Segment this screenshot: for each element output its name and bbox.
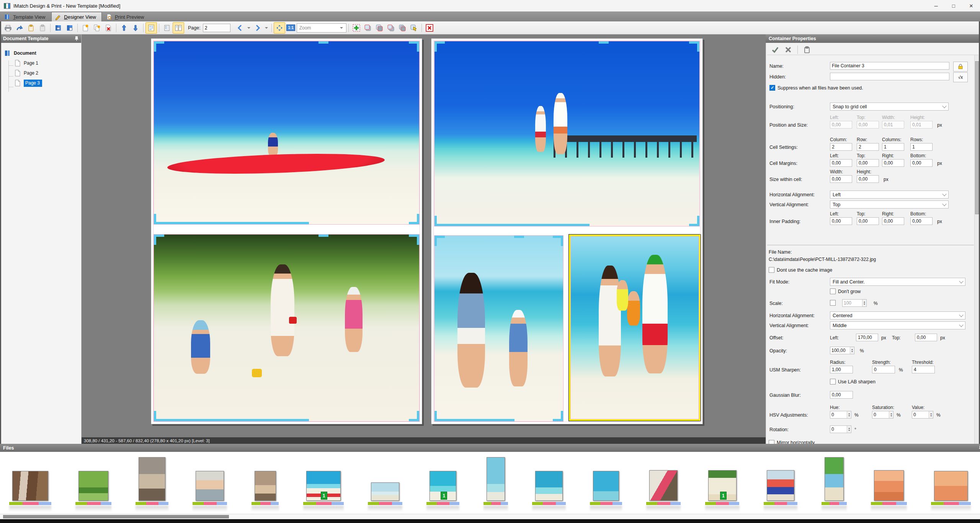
file-thumbnail[interactable]: 1: [303, 471, 344, 512]
file-thumbnail-image[interactable]: [593, 471, 619, 501]
file-thumbnail[interactable]: [252, 471, 279, 512]
padding-right-input[interactable]: [882, 217, 904, 225]
horizontal-alignment-dropdown[interactable]: Left: [830, 191, 949, 199]
suppress-checkbox[interactable]: ✓: [769, 85, 775, 91]
usm-threshold-input[interactable]: [912, 366, 935, 373]
selection-handle[interactable]: [154, 411, 156, 421]
bring-forward-button[interactable]: [362, 22, 374, 34]
apply-button[interactable]: [769, 44, 781, 55]
margin-bottom-input[interactable]: [910, 159, 933, 167]
move-page-up-button[interactable]: [118, 22, 130, 34]
lock-button[interactable]: [953, 62, 968, 72]
gaussian-blur-input[interactable]: [830, 391, 853, 399]
file-thumbnail[interactable]: [532, 471, 566, 512]
selection-handle[interactable]: [434, 411, 437, 421]
cell-row-input[interactable]: [857, 143, 879, 151]
opacity-spinner[interactable]: ▲▼: [830, 347, 854, 354]
file-thumbnail-image[interactable]: [196, 471, 224, 501]
maximize-button[interactable]: □: [945, 0, 962, 11]
file-thumbnail-image[interactable]: [535, 471, 563, 501]
file-thumbnail-image[interactable]: [934, 471, 968, 501]
margin-left-input[interactable]: [830, 159, 852, 167]
size-height-input[interactable]: [910, 121, 933, 129]
cell-columns-input[interactable]: [882, 143, 904, 151]
container-name-input[interactable]: [830, 62, 949, 70]
previous-page-button[interactable]: [234, 22, 246, 34]
selection-handle[interactable]: [697, 41, 699, 52]
zoom-one-to-one-button[interactable]: 1:1: [285, 22, 297, 34]
file-thumbnail-image[interactable]: [12, 471, 48, 501]
padding-bottom-input[interactable]: [910, 217, 933, 225]
paste-button[interactable]: [25, 22, 37, 34]
image-horizontal-alignment-dropdown[interactable]: Centered: [830, 311, 965, 319]
selection-handle[interactable]: [318, 235, 328, 237]
positioning-dropdown[interactable]: Snap to grid cell: [830, 103, 949, 111]
cache-checkbox[interactable]: [769, 267, 774, 273]
design-canvas[interactable]: [82, 34, 766, 437]
file-thumbnail[interactable]: [646, 470, 681, 512]
file-thumbnail[interactable]: [483, 457, 508, 512]
file-thumbnail[interactable]: [931, 471, 971, 512]
files-scrollbar-thumb[interactable]: [3, 515, 229, 518]
copy-properties-button[interactable]: [801, 44, 813, 55]
usm-strength-input[interactable]: [872, 366, 895, 373]
file-thumbnail-image[interactable]: [255, 471, 276, 501]
close-button[interactable]: ✕: [962, 0, 980, 11]
pin-icon[interactable]: [978, 445, 980, 451]
properties-scrollbar-thumb[interactable]: [975, 61, 979, 214]
files-thumbnail-strip[interactable]: 111: [0, 452, 980, 514]
selection-handle[interactable]: [154, 235, 156, 245]
file-thumbnail-image[interactable]: [487, 457, 505, 501]
selection-edge[interactable]: [444, 224, 590, 226]
tree-item-page-2[interactable]: Page 2: [0, 68, 81, 78]
file-thumbnail[interactable]: [590, 471, 622, 512]
canvas-page-right[interactable]: [431, 38, 703, 424]
file-thumbnail-image[interactable]: 1: [306, 471, 341, 501]
file-thumbnail[interactable]: 1: [705, 470, 740, 512]
file-thumbnail[interactable]: [9, 471, 51, 512]
selection-handle[interactable]: [417, 41, 419, 52]
selection-handle[interactable]: [599, 41, 609, 44]
selection-handle[interactable]: [417, 214, 419, 224]
file-thumbnail[interactable]: [75, 471, 111, 512]
size-within-height-input[interactable]: [857, 175, 879, 183]
next-page-dropdown-icon[interactable]: [265, 27, 268, 29]
cell-rows-input[interactable]: [910, 143, 933, 151]
selection-handle[interactable]: [154, 214, 156, 224]
move-page-down-button[interactable]: [130, 22, 141, 34]
file-thumbnail[interactable]: 1: [426, 471, 459, 512]
two-page-view-toggle[interactable]: [173, 22, 184, 34]
minimize-button[interactable]: ─: [927, 0, 945, 11]
selection-handle[interactable]: [561, 236, 563, 246]
selection-handle[interactable]: [318, 41, 328, 44]
select-container-button[interactable]: [408, 22, 420, 34]
photo-family-selected-container[interactable]: [571, 236, 699, 419]
scale-checkbox[interactable]: [830, 300, 836, 306]
selection-edge[interactable]: [163, 222, 309, 224]
fit-mode-dropdown[interactable]: Fill and Center.: [830, 278, 965, 286]
usm-radius-input[interactable]: [830, 366, 853, 373]
page-layout-toggle[interactable]: [145, 22, 157, 34]
photo-girl-on-red-surfboard[interactable]: [154, 41, 419, 224]
save-template-as-button[interactable]: [64, 22, 75, 34]
import-button[interactable]: [14, 22, 25, 34]
selection-handle[interactable]: [697, 216, 699, 226]
delete-container-button[interactable]: [424, 22, 435, 34]
rotation-spinner[interactable]: ▲▼: [830, 425, 851, 433]
form-view-toggle[interactable]: [161, 22, 173, 34]
hidden-expression-input[interactable]: [830, 73, 949, 80]
photo-family-sandcastle[interactable]: [154, 235, 419, 421]
selection-edge[interactable]: [163, 419, 309, 421]
paste-disabled-button[interactable]: [37, 22, 48, 34]
zoom-combobox[interactable]: Zoom: [297, 23, 346, 33]
offset-left-input[interactable]: [856, 334, 878, 341]
selection-handle[interactable]: [514, 236, 524, 238]
tab-designer-view[interactable]: Designer View: [51, 12, 102, 21]
position-top-input[interactable]: [857, 121, 879, 129]
file-thumbnail-image[interactable]: [825, 457, 844, 501]
send-backward-button[interactable]: [374, 22, 385, 34]
file-thumbnail[interactable]: [193, 471, 227, 512]
file-thumbnail-image[interactable]: [649, 470, 678, 501]
selection-handle[interactable]: [434, 41, 437, 52]
scale-spinner[interactable]: ▲▼: [842, 299, 867, 307]
